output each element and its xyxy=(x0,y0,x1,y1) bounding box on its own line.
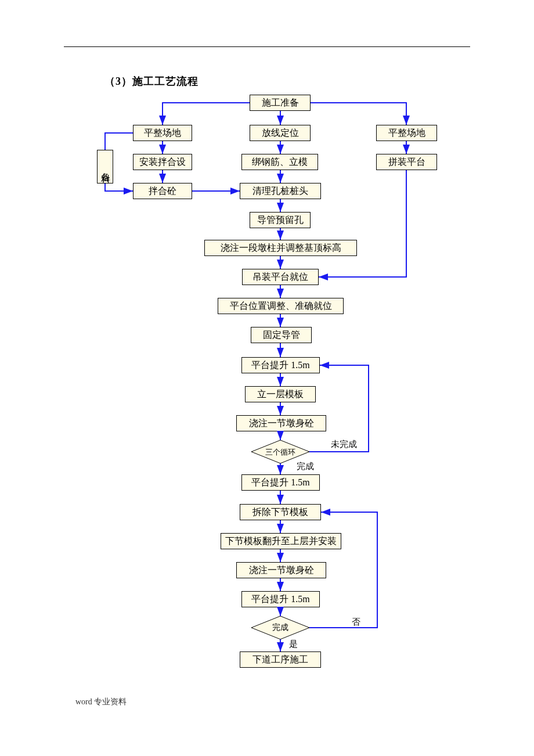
label-finished: 完成 xyxy=(297,461,314,472)
box-c9: 固定导管 xyxy=(251,327,312,343)
label-yes: 是 xyxy=(289,639,298,650)
diamond1-label: 三个循环 xyxy=(251,447,309,458)
box-c3: 绑钢筋、立模 xyxy=(241,154,318,170)
box-c17: 平台提升 1.5m xyxy=(241,591,320,607)
diamond-three-cycles: 三个循环 xyxy=(251,440,309,463)
box-c6: 浇注一段墩柱并调整基顶标高 xyxy=(204,240,357,256)
box-c2: 放线定位 xyxy=(250,125,311,141)
diamond2-label: 完成 xyxy=(251,622,309,633)
box-c7: 吊装平台就位 xyxy=(242,269,319,285)
box-c15: 下节模板翻升至上层并安装 xyxy=(221,533,341,549)
section-heading: （3）施工工艺流程 xyxy=(104,74,199,88)
box-c4: 清理孔桩桩头 xyxy=(240,183,321,199)
label-no: 否 xyxy=(352,617,360,628)
footer-text: word 专业资料 xyxy=(75,697,127,707)
box-l1: 平整场地 xyxy=(133,125,192,141)
box-c16: 浇注一节墩身砼 xyxy=(236,562,326,578)
box-c11: 立一层模板 xyxy=(245,386,316,402)
box-c14: 拆除下节模板 xyxy=(240,504,321,520)
box-c5: 导管预留孔 xyxy=(250,212,311,228)
box-l3: 拌合砼 xyxy=(133,183,192,199)
top-rule xyxy=(64,46,470,47)
box-r2: 拼装平台 xyxy=(376,154,437,170)
box-c12: 浇注一节墩身砼 xyxy=(236,415,326,431)
box-l2: 安装拌合设 xyxy=(133,154,192,170)
box-c8: 平台位置调整、准确就位 xyxy=(218,298,344,314)
box-c18: 下道工序施工 xyxy=(240,651,321,668)
box-c13: 平台提升 1.5m xyxy=(241,474,320,491)
box-r1: 平整场地 xyxy=(376,125,437,141)
box-c10: 平台提升 1.5m xyxy=(241,357,320,373)
label-unfinished: 未完成 xyxy=(331,439,357,450)
box-beiliao: 备料 xyxy=(97,150,113,183)
box-c1: 施工准备 xyxy=(250,95,311,111)
flow-arrows xyxy=(0,0,534,756)
diamond-complete: 完成 xyxy=(251,616,309,639)
